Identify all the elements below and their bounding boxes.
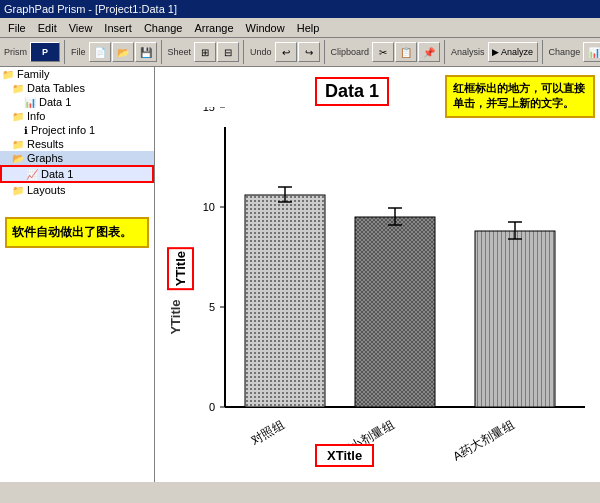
save-btn[interactable]: 💾	[135, 42, 157, 62]
menu-edit[interactable]: Edit	[32, 20, 63, 36]
sidebar-graph-data1-label: Data 1	[41, 168, 73, 180]
main-area: 📁 Family 📁 Data Tables 📊 Data 1 📁 Info ℹ…	[0, 67, 600, 482]
title-bar: GraphPad Prism - [Project1:Data 1]	[0, 0, 600, 18]
svg-rect-22	[355, 217, 435, 407]
sidebar-item-family[interactable]: 📁 Family	[0, 67, 154, 81]
chart-title-box[interactable]: Data 1	[315, 77, 389, 106]
prism-logo-btn[interactable]: P	[30, 42, 60, 62]
toolbar-row-1: Prism P File 📄 📂 💾 Sheet ⊞ ⊟ Undo ↩ ↪ Cl…	[2, 40, 598, 64]
y-title-box[interactable]: YTitle	[167, 247, 194, 290]
sidebar-item-layouts[interactable]: 📁 Layouts	[0, 183, 154, 197]
info-icon: ℹ	[24, 125, 28, 136]
sidebar-results-label: Results	[27, 138, 64, 150]
svg-text:YTitle: YTitle	[168, 299, 183, 334]
toolbar-label-undo: Undo	[248, 47, 274, 57]
undo-btn[interactable]: ↩	[275, 42, 297, 62]
sidebar-item-results[interactable]: 📁 Results	[0, 137, 154, 151]
svg-text:0: 0	[209, 401, 215, 413]
sidebar-layouts-label: Layouts	[27, 184, 66, 196]
y-title: YTitle	[173, 251, 188, 286]
svg-text:5: 5	[209, 301, 215, 313]
title-text: GraphPad Prism - [Project1:Data 1]	[4, 3, 177, 15]
menu-arrange[interactable]: Arrange	[188, 20, 239, 36]
x-title-box[interactable]: XTitle	[315, 444, 374, 467]
cut-btn[interactable]: ✂	[372, 42, 394, 62]
toolbar-sheet: Sheet ⊞ ⊟	[166, 40, 245, 64]
toolbar-change: Change 📊 📈 🔧	[547, 40, 600, 64]
redo-btn[interactable]: ↪	[298, 42, 320, 62]
top-right-annotation: 红框标出的地方，可以直接单击，并写上新的文字。	[445, 75, 595, 118]
toolbar-clipboard: Clipboard ✂ 📋 📌	[329, 40, 446, 64]
sidebar-data1-label: Data 1	[39, 96, 71, 108]
folder-icon: 📁	[12, 83, 24, 94]
menu-window[interactable]: Window	[240, 20, 291, 36]
menu-bar: File Edit View Insert Change Arrange Win…	[0, 18, 600, 38]
toolbar-label-prism: Prism	[2, 47, 29, 57]
sidebar-data-tables-label: Data Tables	[27, 82, 85, 94]
sidebar-project-info-label: Project info 1	[31, 124, 95, 136]
menu-file[interactable]: File	[2, 20, 32, 36]
sidebar-item-project-info[interactable]: ℹ Project info 1	[0, 123, 154, 137]
sidebar-item-data1[interactable]: 📊 Data 1	[0, 95, 154, 109]
toolbar-label-change: Change	[547, 47, 583, 57]
graph-icon: 📈	[26, 169, 38, 180]
change-btn1[interactable]: 📊	[583, 42, 600, 62]
svg-text:10: 10	[203, 201, 215, 213]
sidebar-item-graphs[interactable]: 📂 Graphs	[0, 151, 154, 165]
sidebar: 📁 Family 📁 Data Tables 📊 Data 1 📁 Info ℹ…	[0, 67, 155, 482]
x-title: XTitle	[327, 448, 362, 463]
analyze-btn[interactable]: ▶ Analyze	[488, 42, 538, 62]
table-icon: 📊	[24, 97, 36, 108]
annotation-text-right: 红框标出的地方，可以直接单击，并写上新的文字。	[453, 82, 585, 109]
toolbar-label-clipboard: Clipboard	[329, 47, 372, 57]
toolbar-area: Prism P File 📄 📂 💾 Sheet ⊞ ⊟ Undo ↩ ↪ Cl…	[0, 38, 600, 67]
toolbar-label-file: File	[69, 47, 88, 57]
new-btn[interactable]: 📄	[89, 42, 111, 62]
menu-view[interactable]: View	[63, 20, 99, 36]
svg-text:对照组: 对照组	[248, 417, 286, 447]
chart-title: Data 1	[325, 81, 379, 101]
folder-icon: 📁	[12, 139, 24, 150]
sheet-btn1[interactable]: ⊞	[194, 42, 216, 62]
copy-btn[interactable]: 📋	[395, 42, 417, 62]
toolbar-file: File 📄 📂 💾	[69, 40, 162, 64]
open-btn[interactable]: 📂	[112, 42, 134, 62]
sidebar-item-data-tables[interactable]: 📁 Data Tables	[0, 81, 154, 95]
menu-insert[interactable]: Insert	[98, 20, 138, 36]
svg-text:A药大剂量组: A药大剂量组	[451, 417, 517, 463]
toolbar-undo: Undo ↩ ↪	[248, 40, 325, 64]
sidebar-item-graph-data1[interactable]: 📈 Data 1	[0, 165, 154, 183]
svg-rect-26	[475, 231, 555, 407]
folder-open-icon: 📂	[12, 153, 24, 164]
folder-icon: 📁	[12, 185, 24, 196]
folder-icon: 📁	[2, 69, 14, 80]
folder-icon: 📁	[12, 111, 24, 122]
svg-rect-18	[245, 195, 325, 407]
sidebar-item-info[interactable]: 📁 Info	[0, 109, 154, 123]
sheet-btn2[interactable]: ⊟	[217, 42, 239, 62]
toolbar-analysis: Analysis ▶ Analyze	[449, 40, 543, 64]
sidebar-info-label: Info	[27, 110, 45, 122]
svg-text:15: 15	[203, 107, 215, 113]
sidebar-family-label: Family	[17, 68, 49, 80]
paste-btn[interactable]: 📌	[418, 42, 440, 62]
menu-help[interactable]: Help	[291, 20, 326, 36]
bar-chart-svg: YTitle 0 5 10 15	[165, 107, 595, 482]
toolbar-prism: Prism P	[2, 40, 65, 64]
sidebar-graphs-label: Graphs	[27, 152, 63, 164]
toolbar-label-sheet: Sheet	[166, 47, 194, 57]
chart-container[interactable]: Data 1 红框标出的地方，可以直接单击，并写上新的文字。 YTitle 0 …	[155, 67, 600, 482]
menu-change[interactable]: Change	[138, 20, 189, 36]
sidebar-annotation: 软件自动做出了图表。	[5, 217, 149, 248]
toolbar-label-analysis: Analysis	[449, 47, 487, 57]
